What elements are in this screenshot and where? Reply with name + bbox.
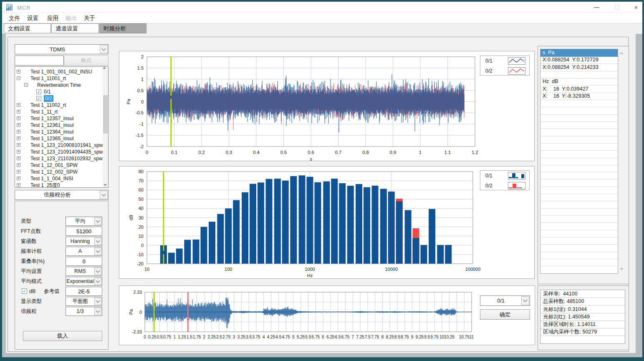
cursor-readout-row-11[interactable] — [540, 129, 618, 136]
tree-item-label[interactable]: Test 1_12365_insul — [30, 135, 73, 142]
bar-0-1-31500[interactable] — [429, 209, 435, 264]
tree-scrollbar-thumb[interactable] — [103, 95, 108, 134]
octave-spectrum-chart[interactable]: 80706050403020100-10-2010100100010000100… — [119, 166, 535, 279]
scroll-down-icon[interactable] — [104, 184, 107, 186]
cursor-readout-row-10[interactable] — [540, 121, 618, 129]
cursor-readout-row-1[interactable]: X:0.088254 Y:0.172729 — [540, 56, 618, 64]
tree-expand-icon[interactable]: + — [17, 170, 20, 174]
tree-collapse-icon[interactable]: − — [24, 83, 28, 87]
cursor-readout-row-29[interactable] — [540, 259, 618, 266]
cursor-readout-row-4[interactable]: Hz dB — [540, 78, 618, 86]
overview-waveform-chart[interactable]: 2.330-2.3300.250.50.7511.251.51.7522.252… — [119, 285, 535, 345]
bar-0-1-125[interactable] — [233, 200, 240, 264]
tree-checkbox[interactable]: ✓ — [36, 96, 41, 101]
cursor-readout-row-12[interactable] — [540, 136, 618, 144]
tree-expand-icon[interactable]: + — [17, 157, 20, 160]
chevron-down-icon[interactable] — [94, 217, 101, 225]
chevron-down-icon[interactable] — [521, 296, 529, 305]
tree-expand-icon[interactable]: + — [17, 103, 20, 107]
tree-scrollbar[interactable] — [103, 67, 108, 187]
cursor-readout-row-30[interactable] — [540, 266, 618, 274]
confirm-button[interactable]: 确定 — [480, 309, 530, 320]
tree-expand-icon[interactable]: + — [17, 150, 20, 154]
bar-0-1-31.5[interactable] — [184, 240, 191, 264]
cursor-readout-row-22[interactable] — [540, 208, 618, 216]
tree-expand-icon[interactable]: + — [17, 110, 20, 114]
menu-item-1[interactable]: 设置 — [26, 13, 39, 23]
bar-0-1-25000[interactable] — [420, 245, 427, 264]
cursor-readout-row-25[interactable] — [540, 230, 618, 237]
menu-item-0[interactable]: 文件 — [8, 13, 21, 23]
bar-0-1-200[interactable] — [250, 184, 256, 264]
cursor-readout-row-21[interactable] — [540, 201, 618, 209]
tab-2[interactable]: 时频分析 — [99, 23, 146, 33]
tree-item-label[interactable]: Reverberation Time — [37, 82, 81, 88]
tree-expand-icon[interactable]: + — [17, 143, 20, 147]
tree-expand-icon[interactable]: + — [17, 183, 20, 187]
tree-item-label[interactable]: Test 1_12364_insul — [30, 129, 73, 135]
search-input[interactable] — [15, 56, 64, 66]
bar-0-1-630[interactable] — [290, 176, 297, 264]
green-cursor-handle[interactable] — [153, 306, 155, 308]
bar-0-1-250[interactable] — [258, 182, 264, 264]
tree-expand-icon[interactable]: + — [17, 70, 20, 73]
cursor-readout-row-18[interactable] — [540, 179, 618, 187]
menu-item-2[interactable]: 应用 — [46, 13, 59, 23]
bar-0-1-1000[interactable] — [307, 177, 313, 264]
cursor-readout-row-9[interactable] — [540, 114, 618, 122]
bar-0-1-40[interactable] — [193, 240, 200, 264]
bar-0-1-20000[interactable] — [413, 238, 419, 264]
form-input-4[interactable] — [66, 257, 102, 266]
bar-0-1-3150[interactable] — [347, 186, 354, 264]
tree-item-label[interactable]: Test 1_12_001_SPW — [30, 162, 78, 169]
bar-0-1-50000[interactable] — [445, 245, 452, 264]
form-combo-0[interactable]: 平均 — [66, 217, 102, 226]
cursor-readout-row-14[interactable] — [540, 151, 618, 158]
window-margin-right[interactable] — [636, 34, 642, 353]
close-button[interactable]: × — [630, 2, 642, 13]
tree-expand-icon[interactable]: + — [17, 136, 20, 140]
cursor-readout-row-20[interactable] — [540, 194, 618, 201]
bar-0-1-1600[interactable] — [323, 182, 330, 264]
cursor-readout-row-2[interactable]: X:0.088254 Y:0.214233 — [540, 64, 618, 71]
channel-select[interactable]: 0/1 — [480, 295, 530, 306]
form-combo-8[interactable]: 平面图 — [66, 297, 102, 306]
analysis-type-select[interactable]: 倍频程分析 — [15, 190, 109, 200]
bar-0-1-50[interactable] — [200, 227, 207, 264]
tree-checkbox[interactable]: ✓ — [36, 89, 41, 94]
tree-item-label[interactable]: Test 1_11001_rt — [30, 75, 66, 82]
bar-0-1-2000[interactable] — [331, 179, 338, 264]
tree-expand-icon[interactable]: + — [17, 130, 20, 134]
bar-0-1-400[interactable] — [274, 179, 281, 264]
chevron-down-icon[interactable] — [94, 278, 101, 285]
tree-item-label[interactable]: Test 1_123_211026102932_spw — [30, 155, 103, 162]
chevron-down-icon[interactable] — [94, 268, 101, 275]
bar-0-1-100[interactable] — [225, 208, 232, 264]
cursor-readout-row-24[interactable] — [540, 223, 618, 230]
cursor-readout-row-3[interactable] — [540, 71, 618, 78]
tree-item-label[interactable]: Test 1_001_001_002_INSU — [30, 68, 92, 75]
bar-0-1-315[interactable] — [266, 179, 273, 264]
bar-0-1-4000[interactable] — [356, 184, 362, 264]
form-combo-2[interactable]: Hanning — [66, 237, 102, 246]
tab-1[interactable]: 通道设置 — [51, 23, 99, 33]
red-cursor-handle[interactable] — [187, 318, 189, 321]
tree-expand-icon[interactable]: + — [17, 163, 20, 167]
tree-item-label[interactable]: Test 1_12361_insul — [30, 122, 73, 129]
cursor-readout-row-15[interactable] — [540, 158, 618, 165]
cursor-readout-row-13[interactable] — [540, 143, 618, 151]
bar-0-1-160[interactable] — [242, 192, 248, 264]
form-combo-5[interactable]: RMS — [66, 267, 102, 276]
bar-0-1-6300[interactable] — [372, 186, 379, 264]
tree-item-label[interactable]: Test 1_12_002_SPW — [30, 169, 78, 175]
scroll-up-icon[interactable] — [619, 52, 624, 54]
bar-0-1-2500[interactable] — [339, 183, 346, 264]
cursor-readout-row-0[interactable]: s Pa — [540, 49, 618, 57]
cursor-readout-row-28[interactable] — [540, 252, 618, 259]
format-button[interactable]: 格式 — [64, 56, 109, 66]
scroll-down-icon[interactable] — [619, 268, 624, 270]
bar-0-1-10000[interactable] — [388, 192, 395, 264]
tab-0[interactable]: 文档设置 — [4, 23, 51, 33]
tree-item-label[interactable]: Test 1_25度0 — [30, 182, 60, 188]
tree-collapse-icon[interactable]: − — [17, 76, 20, 80]
